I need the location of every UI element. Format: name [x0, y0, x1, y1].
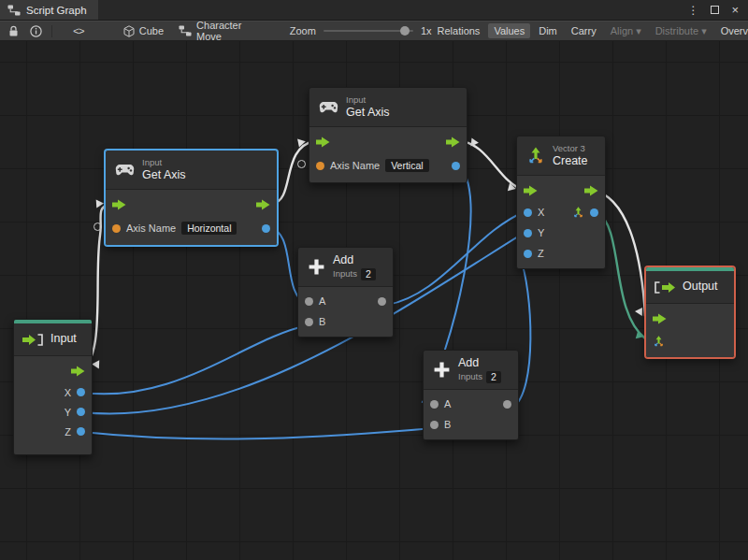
node-title: Input — [50, 332, 77, 347]
tab-title: Script Graph — [26, 5, 87, 16]
port-label-b: B — [319, 316, 325, 327]
zoom-slider[interactable] — [324, 30, 413, 32]
node-title: Get Axis — [142, 168, 186, 183]
info-icon[interactable] — [24, 22, 48, 40]
node-header: Input Get Axis — [106, 151, 277, 189]
node-header: Add Inputs 2 — [424, 351, 518, 389]
flow-in-port[interactable] — [316, 136, 330, 148]
axis-value-out-port[interactable] — [452, 162, 460, 170]
node-get-axis-vertical[interactable]: Input Get Axis Axis Name Vertical — [309, 87, 468, 183]
chevron-down-icon: ▾ — [701, 25, 707, 37]
plus-icon — [308, 258, 325, 276]
z-out-port[interactable] — [77, 427, 85, 436]
inputs-label: Inputs — [333, 268, 357, 280]
flow-out-port[interactable] — [446, 136, 460, 148]
overview-button[interactable]: Overv — [715, 23, 748, 38]
flow-out-port[interactable] — [584, 185, 598, 196]
align-label: Align — [611, 25, 633, 36]
breadcrumb-gameobject[interactable]: Cube — [116, 25, 171, 37]
toolbar-divider — [51, 25, 52, 37]
node-title: Get Axis — [346, 106, 390, 121]
kebab-menu-icon[interactable]: ⋮ — [687, 4, 698, 17]
dim-button[interactable]: Dim — [533, 23, 563, 38]
port-label-a: A — [444, 398, 451, 409]
node-input-unit[interactable]: Input X Y Z — [13, 319, 93, 455]
distribute-label: Distribute — [655, 25, 698, 36]
node-title: Create — [553, 154, 588, 169]
vector3-icon — [526, 147, 545, 165]
maximize-icon[interactable] — [711, 6, 719, 14]
y-out-port[interactable] — [77, 408, 85, 416]
axis-value-out-port[interactable] — [262, 224, 270, 233]
zoom-slider-knob[interactable] — [400, 26, 410, 36]
lock-icon[interactable] — [3, 22, 24, 40]
values-button[interactable]: Values — [488, 23, 530, 38]
y-in-port[interactable] — [524, 229, 532, 237]
node-add-2[interactable]: Add Inputs 2 A B — [423, 350, 519, 440]
flow-in-port[interactable] — [653, 313, 667, 324]
z-in-port[interactable] — [524, 250, 532, 258]
tab-script-graph[interactable]: Script Graph — [0, 0, 98, 20]
x-out-port[interactable] — [77, 388, 85, 396]
breadcrumb-graph[interactable]: Character Move — [171, 20, 275, 42]
breadcrumb-label: Character Move — [196, 20, 267, 42]
node-title: Add — [458, 356, 501, 371]
axis-name-value-field[interactable]: Vertical — [385, 159, 428, 172]
sum-out-port[interactable] — [503, 400, 511, 409]
input-b-port[interactable] — [305, 318, 313, 326]
inputs-label: Inputs — [458, 371, 482, 382]
axis-name-label: Axis Name — [330, 160, 380, 171]
axis-name-value-field[interactable]: Horizontal — [181, 222, 237, 235]
axis-name-in-port[interactable] — [112, 224, 121, 233]
chevron-down-icon: ▾ — [636, 25, 641, 37]
unconnected-port-indicator[interactable] — [94, 223, 102, 231]
inputs-count-field[interactable]: 2 — [486, 371, 501, 383]
code-view-icon[interactable]: <> — [67, 22, 90, 40]
vector3-value-in-port[interactable] — [653, 336, 665, 348]
node-category: Input — [346, 94, 390, 106]
cube-icon — [123, 25, 135, 37]
port-label-y: Y — [538, 227, 544, 238]
align-dropdown[interactable]: Align ▾ — [605, 23, 647, 39]
zoom-label: Zoom — [290, 25, 316, 36]
input-a-port[interactable] — [430, 400, 439, 409]
node-get-axis-horizontal[interactable]: Input Get Axis Axis Name Horizontal — [105, 150, 278, 246]
flow-in-port[interactable] — [524, 185, 538, 196]
distribute-dropdown[interactable]: Distribute ▾ — [650, 23, 712, 39]
zoom-value: 1x — [421, 25, 432, 36]
flow-out-port[interactable] — [71, 366, 85, 377]
input-unit-icon — [22, 334, 43, 346]
inputs-count-field[interactable]: 2 — [361, 268, 376, 280]
close-icon[interactable]: × — [731, 3, 739, 17]
node-header: Vector 3 Create — [517, 136, 605, 175]
flow-in-port[interactable] — [112, 199, 126, 210]
breadcrumb-label: Cube — [139, 25, 164, 36]
input-a-port[interactable] — [305, 297, 313, 306]
axis-name-in-port[interactable] — [316, 162, 324, 170]
x-in-port[interactable] — [524, 208, 532, 217]
plus-icon — [433, 361, 451, 379]
port-label-b: B — [444, 419, 451, 430]
result-out-port[interactable] — [590, 208, 598, 217]
vector3-result-icon — [572, 207, 584, 219]
input-b-port[interactable] — [430, 421, 439, 429]
node-title: Add — [333, 253, 376, 268]
sum-out-port[interactable] — [378, 297, 386, 306]
node-vector3-create[interactable]: Vector 3 Create X Y Z — [516, 136, 606, 269]
node-category: Input — [142, 157, 186, 168]
output-unit-icon — [654, 281, 675, 294]
toolbar-view-toggles: Relations Values Dim Carry Align ▾ Distr… — [432, 23, 748, 39]
gamepad-icon — [115, 164, 135, 177]
port-label-a: A — [319, 295, 325, 307]
node-header: Output — [646, 271, 734, 303]
node-output-unit[interactable]: Output — [645, 266, 735, 358]
flow-out-port[interactable] — [256, 199, 270, 210]
port-label-z: Z — [65, 426, 71, 438]
relations-button[interactable]: Relations — [432, 23, 486, 38]
script-machine-icon — [179, 25, 192, 36]
carry-button[interactable]: Carry — [566, 23, 602, 38]
port-label-y: Y — [65, 407, 71, 418]
window-tab-bar: Script Graph ⋮ × — [0, 0, 748, 21]
unconnected-port-indicator[interactable] — [297, 160, 306, 168]
node-add-1[interactable]: Add Inputs 2 A B — [297, 247, 394, 337]
